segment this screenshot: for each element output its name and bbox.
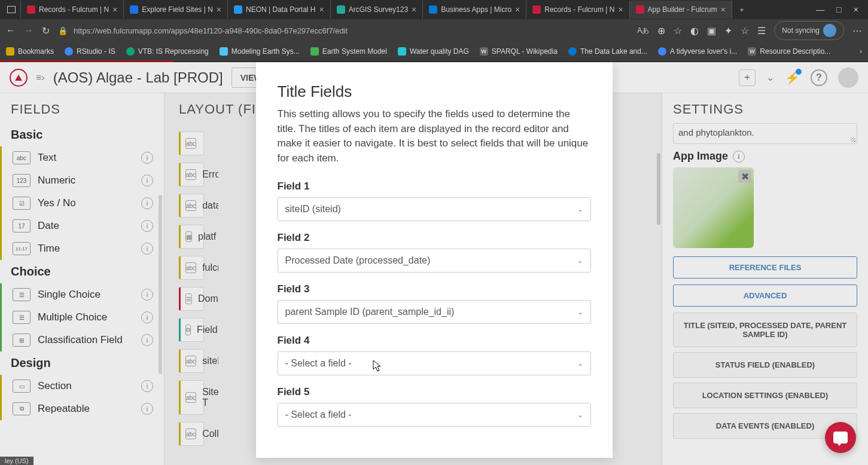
extensions-icon[interactable]: ✦ (724, 25, 732, 36)
field-2-select[interactable]: Processed Date (processed_date)⌄ (278, 249, 591, 273)
layout-field[interactable]: ▦platf (179, 225, 204, 249)
new-tab-button[interactable]: ＋ (732, 1, 751, 19)
add-button[interactable]: ＋ (739, 69, 756, 86)
reference-files-button[interactable]: REFERENCE FILES (673, 256, 857, 279)
layout-field[interactable]: abc (179, 131, 204, 155)
layout-field[interactable]: ☰Dom (179, 287, 204, 311)
favorites-icon[interactable]: ☆ (741, 25, 749, 36)
field-type-classification[interactable]: ⊞Classification Fieldi (0, 329, 164, 351)
bookmark-item[interactable]: Modeling Earth Sys... (220, 47, 300, 56)
browser-tab-3[interactable]: ArcGIS Survey123× (331, 1, 424, 19)
close-tab-icon[interactable]: × (618, 5, 623, 14)
info-icon[interactable]: i (141, 403, 153, 415)
bookmark-favicon: W (748, 47, 756, 56)
bookmark-item[interactable]: Bookmarks (6, 47, 54, 56)
close-window-button[interactable]: × (854, 5, 858, 14)
scrollbar[interactable] (159, 195, 162, 374)
chevron-down-icon[interactable]: ⌄ (766, 72, 774, 83)
info-icon[interactable]: i (141, 380, 153, 392)
collections-icon[interactable]: ▣ (707, 25, 716, 36)
close-tab-icon[interactable]: × (112, 5, 117, 14)
minimize-button[interactable]: — (816, 5, 824, 14)
app-description-field[interactable]: and phytoplankton. (673, 123, 857, 144)
menu-toggle-icon[interactable]: ≡› (36, 72, 45, 83)
bookmark-item[interactable]: A tidyverse lover's i... (658, 47, 737, 56)
field-type-yesno[interactable]: ☑Yes / Noi (0, 192, 164, 215)
sync-button[interactable]: Not syncing (774, 21, 844, 40)
refresh-button[interactable]: ↻ (42, 25, 50, 36)
layout-field[interactable]: abcdata (179, 194, 204, 218)
reading-list-icon[interactable]: ☰ (757, 25, 766, 36)
browser-tab-4[interactable]: Business Apps | Micro× (423, 1, 526, 19)
fulcrum-logo[interactable] (10, 69, 28, 87)
field-type-text[interactable]: abcTexti (0, 146, 164, 169)
info-icon[interactable]: i (141, 197, 153, 209)
browser-tab-5[interactable]: Records - Fulcrum | N× (526, 1, 629, 19)
layout-field[interactable]: ⧉Field (179, 318, 204, 342)
field-type-multiple-choice[interactable]: ☰Multiple Choicei (0, 306, 164, 329)
chat-button[interactable] (825, 422, 856, 453)
close-tab-icon[interactable]: × (515, 5, 520, 14)
layout-field[interactable]: abcErro (179, 163, 204, 186)
title-settings-button[interactable]: TITLE (SITEID, PROCESSED DATE, PARENT SA… (673, 313, 857, 347)
bookmark-item[interactable]: The Data Lake and... (568, 47, 647, 56)
zoom-icon[interactable]: ⊕ (657, 25, 665, 36)
field-4-select[interactable]: - Select a field -⌄ (278, 351, 591, 375)
forward-button[interactable]: → (24, 25, 33, 36)
info-icon[interactable]: i (141, 220, 153, 232)
field-type-section[interactable]: ▭Sectioni (0, 375, 164, 397)
scrollbar[interactable] (657, 153, 660, 225)
field-type-date[interactable]: 17Datei (0, 215, 164, 237)
field-type-numeric[interactable]: 123Numerici (0, 169, 164, 192)
bookmark-item[interactable]: WSPARQL - Wikipedia (480, 47, 558, 56)
back-button[interactable]: ← (6, 25, 16, 36)
location-settings-button[interactable]: LOCATION SETTINGS (ENABLED) (673, 383, 857, 408)
field-3-select[interactable]: parent Sample ID (parent_sample_id_ii)⌄ (278, 300, 591, 324)
layout-field[interactable]: abcfulcr (179, 256, 204, 280)
info-icon[interactable]: i (141, 289, 153, 301)
info-icon[interactable]: i (141, 311, 153, 323)
close-tab-icon[interactable]: × (319, 5, 324, 14)
menu-icon[interactable]: ⋯ (852, 25, 862, 36)
maximize-button[interactable]: □ (836, 5, 841, 14)
info-icon[interactable]: i (141, 175, 153, 186)
bookmark-item[interactable]: WResource Descriptio... (748, 47, 830, 56)
close-tab-icon[interactable]: × (412, 5, 416, 14)
advanced-button[interactable]: ADVANCED (673, 284, 857, 307)
bookmarks-overflow-icon[interactable]: › (860, 47, 862, 56)
layout-field[interactable]: abcColle (179, 422, 204, 446)
layout-field[interactable]: abcsiteI (179, 349, 204, 373)
info-icon[interactable]: i (141, 152, 153, 164)
browser-tab-0[interactable]: Records - Fulcrum | N× (21, 1, 124, 19)
field-type-repeatable[interactable]: ⧉Repeatablei (0, 397, 164, 420)
bookmark-item[interactable]: RStudio - IS (65, 47, 115, 56)
window-tabs-icon[interactable] (2, 1, 21, 19)
field-type-single-choice[interactable]: ☰Single Choicei (0, 283, 164, 306)
browser-tab-2[interactable]: NEON | Data Portal H× (228, 1, 331, 19)
notifications-button[interactable]: ⚡ (785, 71, 800, 85)
browser-tab-6[interactable]: App Builder - Fulcrum× (630, 1, 732, 19)
favorite-icon[interactable]: ☆ (674, 25, 682, 36)
shield-icon[interactable]: ◐ (690, 25, 699, 36)
tracker-icon[interactable]: Aあ (637, 26, 649, 36)
remove-image-icon[interactable]: ✖ (738, 170, 751, 183)
fields-scroll[interactable]: Basic abcTexti 123Numerici ☑Yes / Noi 17… (0, 123, 164, 465)
address-bar[interactable]: 🔒 https://web.fulcrumapp.com/apps/48e1f1… (58, 26, 629, 35)
browser-tab-1[interactable]: Explore Field Sites | N× (124, 1, 228, 19)
bookmark-item[interactable]: VTB: IS Reprocessing (126, 47, 209, 56)
bookmark-item[interactable]: Earth System Model (310, 47, 387, 56)
field-1-select[interactable]: siteID (siteid)⌄ (278, 197, 591, 221)
close-tab-icon[interactable]: × (217, 5, 221, 14)
help-button[interactable]: ? (811, 69, 827, 86)
info-icon[interactable]: i (141, 334, 153, 346)
app-image[interactable]: ✖ (673, 167, 754, 248)
field-5-select[interactable]: - Select a field -⌄ (278, 403, 591, 427)
field-type-time[interactable]: 11:17Timei (0, 237, 164, 260)
status-settings-button[interactable]: STATUS FIELD (ENABLED) (673, 352, 857, 378)
info-icon[interactable]: i (733, 151, 745, 163)
layout-field[interactable]: abcSite T (179, 380, 204, 415)
close-tab-icon[interactable]: × (721, 5, 726, 14)
bookmark-item[interactable]: Water quality DAG (398, 47, 469, 56)
user-avatar[interactable] (838, 68, 858, 88)
info-icon[interactable]: i (141, 243, 153, 255)
